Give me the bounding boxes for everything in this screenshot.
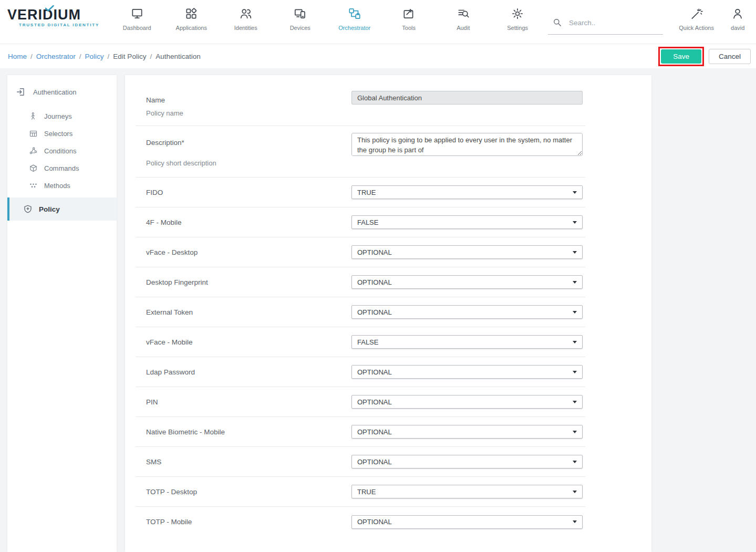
nav-applications[interactable]: Applications (164, 0, 219, 31)
nav-label: Audit (457, 25, 470, 31)
field-label: Desktop Fingerprint (146, 278, 351, 286)
form-row-name: Name Policy name (136, 75, 585, 126)
brand-logo[interactable]: VERIDIUM TRUSTED DIGITAL IDENTITY (0, 0, 110, 27)
form-row: SMS OPTIONAL (136, 447, 585, 477)
form-row: TOTP - Mobile OPTIONAL (136, 507, 585, 537)
select-value: OPTIONAL (357, 248, 392, 256)
save-annotation-box: Save (658, 47, 704, 66)
field-label: 4F - Mobile (146, 218, 351, 226)
breadcrumb-separator: / (30, 53, 33, 60)
page-content: Authentication Journeys Selectors Condit… (0, 68, 756, 552)
user-name: david (731, 25, 744, 31)
nav-label: Identities (234, 25, 257, 31)
select-4f-mobile[interactable]: FALSE (351, 215, 583, 229)
nav-identities[interactable]: Identities (219, 0, 273, 31)
sidebar-section-label: Authentication (33, 88, 76, 96)
selectors-table-icon (29, 129, 38, 138)
nav-label: Orchestrator (338, 25, 370, 31)
select-value: OPTIONAL (357, 308, 392, 316)
quick-actions[interactable]: Quick Actions (670, 0, 723, 31)
search-icon[interactable] (552, 17, 563, 28)
breadcrumb-edit-policy: Edit Policy (113, 53, 146, 60)
nav-devices[interactable]: Devices (273, 0, 327, 31)
settings-gear-icon (511, 7, 524, 20)
dashboard-icon (130, 7, 144, 20)
chevron-down-icon (573, 431, 577, 433)
sidebar-item-label: Conditions (44, 147, 76, 155)
select-fido[interactable]: TRUE (351, 185, 583, 199)
breadcrumb-bar: Home/Orchestrator/Policy/Edit Policy/Aut… (0, 44, 756, 68)
form-row-description: Description* Policy short description Th… (136, 126, 585, 178)
field-label: TOTP - Desktop (146, 488, 351, 496)
sidebar-item-label: Commands (44, 164, 79, 172)
select-totp-mobile[interactable]: OPTIONAL (351, 515, 583, 529)
user-menu[interactable]: david (723, 0, 752, 31)
sidebar-item-methods[interactable]: Methods (7, 177, 117, 194)
sidebar-section-authentication[interactable]: Authentication (7, 75, 117, 97)
audit-icon (457, 7, 470, 20)
field-label: vFace - Desktop (146, 248, 351, 256)
sidebar-item-selectors[interactable]: Selectors (7, 125, 117, 142)
nav-label: Devices (290, 25, 310, 31)
policy-name-input[interactable] (351, 91, 583, 105)
select-value: OPTIONAL (357, 428, 392, 436)
devices-icon (293, 7, 307, 20)
select-vface-mobile[interactable]: FALSE (351, 335, 583, 349)
select-desktop-fingerprint[interactable]: OPTIONAL (351, 275, 583, 289)
user-avatar-icon (731, 7, 744, 20)
form-row: External Token OPTIONAL (136, 297, 585, 327)
nav-audit[interactable]: Audit (436, 0, 490, 31)
select-ldap-password[interactable]: OPTIONAL (351, 365, 583, 379)
sidebar-item-commands[interactable]: Commands (7, 160, 117, 177)
nav-label: Tools (402, 25, 416, 31)
policy-description-textarea[interactable]: This policy is going to be applied to ev… (351, 133, 583, 156)
breadcrumb-authentication: Authentication (156, 53, 201, 60)
sidebar-item-label: Methods (44, 182, 70, 190)
form-row: Ldap Password OPTIONAL (136, 357, 585, 387)
edit-policy-form: Name Policy name Description* Policy sho… (125, 75, 651, 552)
nav-orchestrator[interactable]: Orchestrator (327, 0, 381, 31)
nav-settings[interactable]: Settings (490, 0, 544, 31)
select-sms[interactable]: OPTIONAL (351, 455, 583, 468)
sidebar-item-journeys[interactable]: Journeys (7, 108, 117, 125)
select-value: FALSE (357, 338, 378, 346)
select-vface-desktop[interactable]: OPTIONAL (351, 245, 583, 259)
breadcrumb-separator: / (150, 53, 152, 60)
select-value: TRUE (357, 488, 376, 496)
breadcrumb-orchestrator[interactable]: Orchestrator (36, 53, 76, 60)
form-row: FIDO TRUE (136, 178, 585, 207)
identities-icon (239, 7, 253, 20)
select-totp-desktop[interactable]: TRUE (351, 485, 583, 498)
sidebar-item-conditions[interactable]: Conditions (7, 142, 117, 160)
cancel-button[interactable]: Cancel (709, 49, 751, 64)
select-pin[interactable]: OPTIONAL (351, 395, 583, 409)
nav-dashboard[interactable]: Dashboard (110, 0, 164, 31)
save-button[interactable]: Save (661, 49, 701, 64)
breadcrumb-home[interactable]: Home (8, 53, 27, 60)
field-label: TOTP - Mobile (146, 518, 351, 526)
chevron-down-icon (573, 251, 577, 254)
select-value: OPTIONAL (357, 458, 392, 466)
select-value: OPTIONAL (357, 398, 392, 406)
chevron-down-icon (573, 341, 577, 343)
breadcrumb-policy[interactable]: Policy (85, 53, 104, 60)
chevron-down-icon (573, 221, 577, 224)
nav-tools[interactable]: Tools (381, 0, 436, 31)
brand-tagline: TRUSTED DIGITAL IDENTITY (7, 23, 110, 27)
sidebar-item-policy[interactable]: Policy (7, 197, 117, 221)
select-value: OPTIONAL (357, 278, 392, 286)
field-label: vFace - Mobile (146, 338, 351, 346)
form-row: Native Biometric - Mobile OPTIONAL (136, 417, 585, 447)
breadcrumb-separator: / (108, 53, 110, 60)
search-input[interactable] (568, 18, 655, 27)
select-external-token[interactable]: OPTIONAL (351, 305, 583, 319)
select-value: TRUE (357, 189, 376, 196)
sidebar: Authentication Journeys Selectors Condit… (7, 75, 117, 552)
chevron-down-icon (573, 311, 577, 314)
select-value: OPTIONAL (357, 518, 392, 526)
quick-actions-label: Quick Actions (679, 25, 714, 31)
field-label: Native Biometric - Mobile (146, 428, 351, 436)
form-row: PIN OPTIONAL (136, 387, 585, 417)
magic-wand-icon (690, 7, 703, 20)
select-native-biometric-mobile[interactable]: OPTIONAL (351, 425, 583, 439)
